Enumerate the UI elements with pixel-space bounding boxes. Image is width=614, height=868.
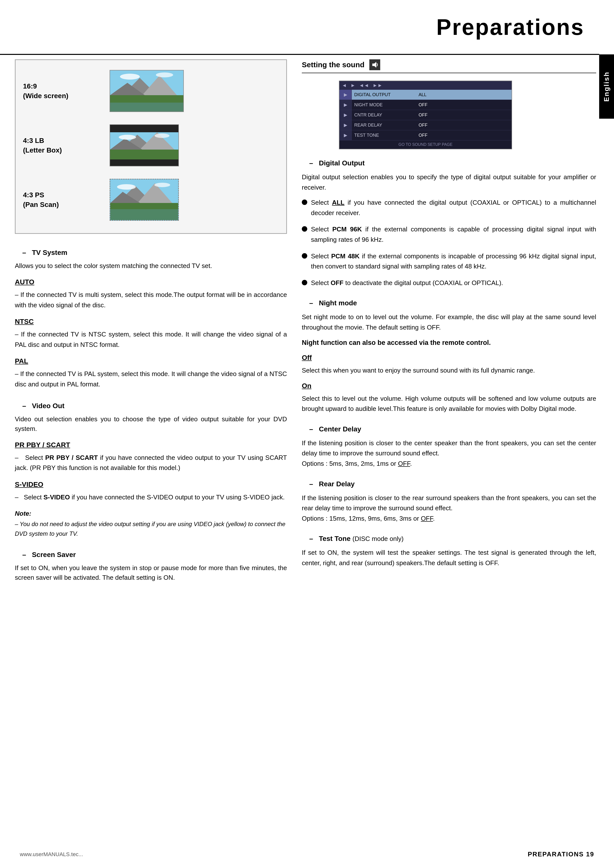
osd-row-icon-2: ▶ [339, 110, 352, 120]
svg-point-17 [155, 133, 169, 138]
svg-rect-8 [110, 102, 184, 112]
night-on-title: On [302, 382, 596, 390]
osd-screenshot: ◄ ► ◄◄ ►► ▶ DIGITAL OUTPUT ALL ▶ NIGHT M… [339, 81, 512, 149]
svg-point-24 [154, 183, 170, 187]
pal-title: PAL [15, 357, 287, 365]
osd-nav-back: ◄ [342, 82, 347, 88]
night-on-text: Select this to level out the volume. Hig… [302, 394, 596, 414]
bullet-dot-2 [302, 253, 307, 259]
language-tab: English [599, 54, 614, 119]
svg-rect-12 [110, 150, 179, 160]
test-tone-subtitle: (DISC mode only) [353, 535, 404, 542]
svg-point-6 [120, 74, 140, 80]
digital-output-section: – Digital Output Digital output selectio… [302, 159, 596, 288]
sound-header: Setting the sound [302, 59, 596, 73]
digital-output-bullets: Select ALL if you have connected the dig… [302, 198, 596, 288]
aspect-item-169: 16:9 (Wide screen) [23, 70, 279, 112]
footer-page: PREPARATIONS 19 [528, 851, 594, 858]
rear-delay-text: If the listening position is closer to t… [302, 493, 596, 524]
left-column: 16:9 (Wide screen) [15, 59, 287, 595]
mountain-svg-43ps [110, 180, 179, 220]
prpby-text: – Select PR PBY / SCART if you have conn… [15, 453, 287, 473]
rear-delay-title: – Rear Delay [302, 480, 596, 488]
osd-top-bar: ◄ ► ◄◄ ►► [339, 81, 511, 90]
test-tone-section: – Test Tone (DISC mode only) If set to O… [302, 535, 596, 568]
osd-label-1: NIGHT MODE [352, 101, 416, 110]
speaker-svg [372, 61, 378, 68]
svg-point-16 [119, 135, 136, 140]
rear-delay-section: – Rear Delay If the listening position i… [302, 480, 596, 524]
screen-saver-title: – Screen Saver [15, 551, 287, 559]
video-out-section: – Video Out Video out selection enables … [15, 402, 287, 539]
osd-nav-prev: ◄◄ [359, 82, 369, 88]
aspect-item-43lb: 4:3 LB (Letter Box) [23, 124, 279, 166]
page-title: Preparations [436, 15, 614, 40]
bullet-0: Select ALL if you have connected the dig… [302, 198, 596, 218]
bullet-text-0: Select ALL if you have connected the dig… [311, 198, 596, 218]
sound-icon [369, 59, 380, 70]
svg-point-23 [117, 184, 136, 190]
night-mode-bold-note: Night function can also be accessed via … [302, 338, 596, 348]
aspect-label-169: 16:9 (Wide screen) [23, 81, 110, 101]
center-delay-title: – Center Delay [302, 425, 596, 433]
language-tab-label: English [603, 71, 611, 102]
page-footer: www.userMANUALS.tec... PREPARATIONS 19 [0, 851, 614, 858]
bullet-1: Select PCM 96K if the external component… [302, 224, 596, 245]
bullet-dot-0 [302, 200, 307, 205]
osd-value-3: OFF [416, 121, 430, 130]
video-out-body: Video out selection enables you to choos… [15, 414, 287, 434]
footer-url: www.userMANUALS.tec... [20, 851, 83, 858]
bullet-3: Select OFF to deactivate the digital out… [302, 278, 596, 288]
night-off-text: Select this when you want to enjoy the s… [302, 366, 596, 376]
ntsc-title: NTSC [15, 318, 287, 326]
osd-row-0: ▶ DIGITAL OUTPUT ALL [339, 90, 511, 100]
bullet-text-3: Select OFF to deactivate the digital out… [311, 278, 596, 288]
test-tone-title: – Test Tone (DISC mode only) [302, 535, 596, 542]
note-title: Note: [15, 510, 287, 518]
aspect-image-43ps [110, 179, 179, 221]
osd-value-0: ALL [416, 90, 429, 99]
aspect-ratio-box: 16:9 (Wide screen) [15, 59, 287, 234]
digital-output-intro: Digital output selection enables you to … [302, 172, 596, 192]
osd-footer: GO TO SOUND SETUP PAGE [339, 140, 511, 149]
osd-row-icon-0: ▶ [339, 90, 352, 100]
screen-saver-section: – Screen Saver If set to ON, when you le… [15, 551, 287, 583]
aspect-label-43lb: 4:3 LB (Letter Box) [23, 136, 110, 155]
osd-label-4: TEST TONE [352, 131, 416, 140]
osd-row-3: ▶ REAR DELAY OFF [339, 120, 511, 130]
tv-system-body: Allows you to select the color system ma… [15, 261, 287, 271]
osd-row-icon-1: ▶ [339, 100, 352, 110]
osd-label-3: REAR DELAY [352, 121, 416, 130]
center-delay-text: If the listening position is closer to t… [302, 438, 596, 469]
bullet-2: Select PCM 48K if the external component… [302, 251, 596, 272]
osd-nav-forward: ► [351, 82, 356, 88]
center-delay-section: – Center Delay If the listening position… [302, 425, 596, 469]
svideo-text: – Select S-VIDEO if you have connected t… [15, 492, 287, 502]
bullet-text-2: Select PCM 48K if the external component… [311, 251, 596, 272]
header-rule [0, 54, 599, 55]
night-off-title: Off [302, 354, 596, 362]
aspect-image-169 [110, 70, 184, 112]
osd-value-1: OFF [416, 101, 430, 110]
night-mode-section: – Night mode Set night mode to on to lev… [302, 299, 596, 414]
aspect-image-43lb [110, 124, 179, 166]
osd-label-2: CNTR DELAY [352, 110, 416, 120]
tv-system-section: – TV System Allows you to select the col… [15, 249, 287, 390]
osd-label-0: DIGITAL OUTPUT [352, 90, 416, 99]
note-text: – You do not need to adjust the video ou… [15, 519, 287, 538]
note-section: Note: – You do not need to adjust the vi… [15, 510, 287, 538]
aspect-item-43ps: 4:3 PS (Pan Scan) [23, 179, 279, 221]
osd-nav-next: ►► [373, 82, 382, 88]
sound-header-text: Setting the sound [302, 60, 364, 69]
tv-system-title: – TV System [15, 249, 287, 257]
mountain-svg-169 [110, 70, 184, 112]
bullet-dot-1 [302, 226, 307, 232]
screen-saver-body: If set to ON, when you leave the system … [15, 563, 287, 583]
aspect-label-43ps: 4:3 PS (Pan Scan) [23, 190, 110, 209]
test-tone-text: If set to ON, the system will test the s… [302, 547, 596, 568]
svideo-title: S-VIDEO [15, 480, 287, 488]
mountain-svg-43lb [110, 125, 179, 166]
osd-row-icon-3: ▶ [339, 120, 352, 130]
pal-text: – If the connected TV is PAL system, sel… [15, 369, 287, 389]
page-header: Preparations [0, 0, 614, 54]
